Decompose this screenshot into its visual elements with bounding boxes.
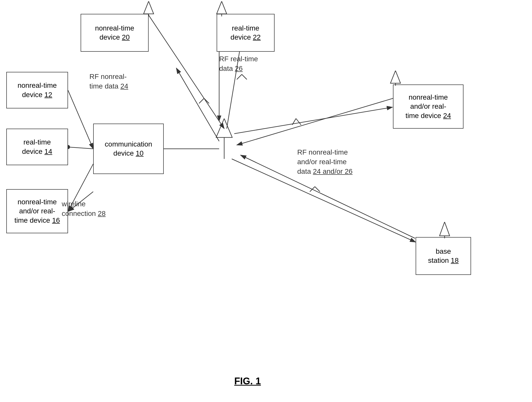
svg-line-22 <box>315 187 320 192</box>
box-realtime-device-14: real-timedevice 14 <box>6 129 68 165</box>
svg-line-17 <box>292 119 296 125</box>
box-communication-device-10: communicationdevice 10 <box>93 124 164 174</box>
svg-line-14 <box>237 74 242 79</box>
box-label-22: real-timedevice 22 <box>230 24 261 42</box>
label-rf-realtime-data-26: RF real-timedata 26 <box>219 54 258 73</box>
svg-line-19 <box>237 98 393 145</box>
diagram-container: nonreal-timedevice 20 real-timedevice 22… <box>0 0 532 402</box>
box-label-10: communicationdevice 10 <box>105 140 152 158</box>
svg-line-9 <box>199 98 204 103</box>
box-label-24: nonreal-timeand/or real-time device 24 <box>406 93 451 120</box>
antenna-base-station-18 <box>435 222 455 238</box>
svg-marker-24 <box>144 1 154 14</box>
svg-line-2 <box>68 90 93 149</box>
antenna-central <box>212 119 237 159</box>
svg-marker-26 <box>217 1 227 14</box>
svg-line-15 <box>242 74 247 79</box>
box-nonrealtime-device-12: nonreal-timedevice 12 <box>6 72 68 108</box>
svg-line-3 <box>68 147 93 149</box>
box-label-14: real-timedevice 14 <box>22 138 52 156</box>
box-label-16: nonreal-timeand/or real-time device 16 <box>14 197 60 225</box>
label-rf-nonrealtime-data-24: RF nonreal-time data 24 <box>89 72 128 91</box>
svg-line-16 <box>234 107 392 134</box>
box-label-12: nonreal-timedevice 12 <box>18 81 57 99</box>
svg-marker-28 <box>216 119 232 137</box>
label-wireline-connection-28: wirelineconnection 28 <box>62 199 106 218</box>
label-rf-nonrealtime-realtime-data: RF nonreal-timeand/or real-timedata 24 a… <box>297 148 353 176</box>
box-label-18: basestation 18 <box>428 247 458 265</box>
svg-marker-32 <box>440 222 450 236</box>
svg-line-11 <box>149 15 224 129</box>
box-nonrealtime-realtime-device-16: nonreal-timeand/or real-time device 16 <box>6 189 68 233</box>
antenna-device-20 <box>139 1 159 16</box>
antenna-device-24 <box>385 71 406 86</box>
svg-line-21 <box>310 187 315 192</box>
fig-label: FIG. 1 <box>234 376 261 387</box>
antenna-device-22 <box>212 1 232 16</box>
box-nonrealtime-realtime-device-24: nonreal-timeand/or real-time device 24 <box>393 84 463 129</box>
box-base-station-18: basestation 18 <box>416 237 471 275</box>
svg-line-10 <box>204 98 209 103</box>
svg-marker-30 <box>390 71 401 83</box>
box-label-20: nonreal-timedevice 20 <box>95 24 134 42</box>
box-nonrealtime-device-20: nonreal-timedevice 20 <box>81 14 149 52</box>
box-realtime-device-22: real-timedevice 22 <box>217 14 275 52</box>
svg-line-18 <box>296 119 301 125</box>
